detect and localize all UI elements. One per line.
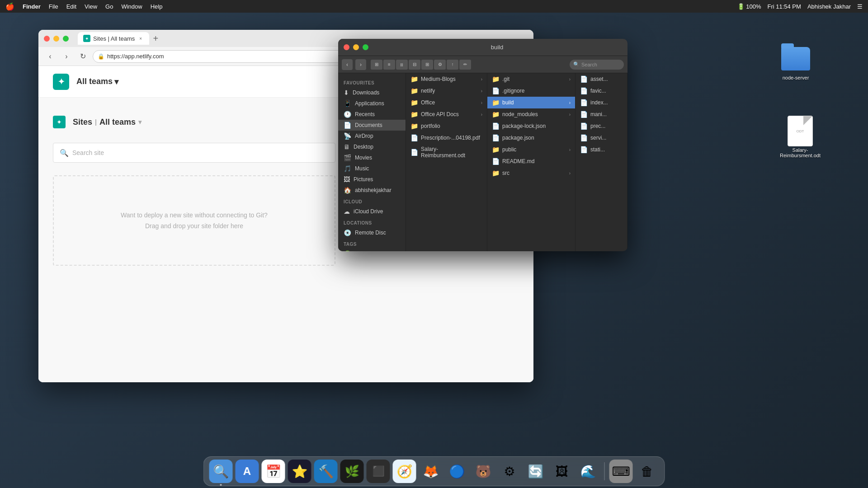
netlify-brand[interactable]: All teams ▾ — [76, 77, 118, 87]
finder-edit-btn[interactable]: ✏ — [459, 60, 471, 70]
sidebar-recents[interactable]: 🕐 Recents — [338, 109, 406, 120]
maximize-button[interactable] — [63, 36, 69, 42]
col2-git[interactable]: 📁 .git › — [487, 73, 575, 85]
finder-search[interactable]: 🔍 Search — [570, 60, 624, 70]
col3-index[interactable]: 📄 index... — [576, 97, 627, 108]
finder-forward-button[interactable]: › — [355, 59, 366, 70]
menu-window[interactable]: Window — [121, 3, 142, 10]
apple-menu[interactable]: 🍎 — [5, 2, 14, 11]
col3-manifest[interactable]: 📄 mani... — [576, 108, 627, 120]
forward-button[interactable]: › — [60, 50, 73, 63]
back-button[interactable]: ‹ — [44, 50, 57, 63]
menu-icon[interactable]: ☰ — [857, 3, 863, 10]
close-button[interactable] — [44, 36, 50, 42]
finder-back-button[interactable]: ‹ — [342, 59, 353, 70]
col1-office[interactable]: 📁 Office › — [406, 97, 487, 108]
sidebar-downloads[interactable]: ⬇ Downloads — [338, 87, 406, 98]
col3-precache[interactable]: 📄 prec... — [576, 120, 627, 132]
refresh-button[interactable]: ↻ — [76, 50, 89, 63]
dock-firefox[interactable]: 🦊 — [419, 460, 443, 483]
menu-go[interactable]: Go — [105, 3, 113, 10]
dock-edge[interactable]: 🌊 — [576, 460, 600, 483]
menu-finder[interactable]: Finder — [23, 3, 41, 10]
dock-terminal[interactable]: ⬛ — [367, 460, 390, 483]
dock-safari[interactable]: 🧭 — [393, 460, 416, 483]
finder-sort-btn[interactable]: ⚙ — [434, 60, 446, 70]
col1-portfolio[interactable]: 📁 portfolio — [406, 120, 487, 132]
col2-public[interactable]: 📁 public › — [487, 144, 575, 155]
col2-build[interactable]: 📁 build › — [487, 97, 575, 108]
menu-edit[interactable]: Edit — [66, 3, 76, 10]
col2-src[interactable]: 📁 src › — [487, 167, 575, 179]
col2-package-json[interactable]: 📄 package.json — [487, 132, 575, 144]
desktop-salary-odt[interactable]: ODT Salary-Reimbursment.odt — [782, 117, 818, 158]
col1-prescription[interactable]: 📄 Prescription-...04198.pdf — [406, 132, 487, 144]
page-logo: ✦ — [53, 116, 66, 128]
dock-photos[interactable]: 🖼 — [550, 460, 574, 483]
menu-help[interactable]: Help — [151, 3, 163, 10]
dock-chrome[interactable]: 🔵 — [445, 460, 469, 483]
menu-file[interactable]: File — [49, 3, 58, 10]
finder-gallery-view[interactable]: ⊟ — [409, 60, 420, 70]
finder-maximize-button[interactable] — [363, 44, 368, 50]
sidebar-home[interactable]: 🏠 abhishekjakhar — [338, 185, 406, 196]
dock-system-prefs[interactable]: ⚙ — [498, 460, 521, 483]
sidebar-desktop[interactable]: 🖥 Desktop — [338, 141, 406, 152]
pictures-icon: 🖼 — [344, 176, 350, 183]
sidebar-home-label: abhishekjakhar — [355, 187, 392, 193]
dock-calendar[interactable]: 📅 — [262, 460, 285, 483]
menu-view[interactable]: View — [85, 3, 97, 10]
col2-package-lock[interactable]: 📄 package-lock.json — [487, 120, 575, 132]
pdf-icon: 📄 — [410, 134, 418, 141]
new-tab-button[interactable]: + — [149, 32, 162, 45]
finder-minimize-button[interactable] — [353, 44, 359, 50]
dock-staruml[interactable]: ⭐ — [288, 460, 311, 483]
col2-node-modules[interactable]: 📁 node_modules › — [487, 108, 575, 120]
sidebar-green-tag[interactable]: 🟢 Green — [338, 249, 406, 251]
browser-tab[interactable]: ✦ Sites | All teams × — [78, 32, 149, 45]
sidebar-documents[interactable]: 📄 Documents — [338, 120, 406, 131]
sidebar-applications[interactable]: 📱 Applications — [338, 98, 406, 109]
col3-service[interactable]: 📄 servi... — [576, 132, 627, 144]
remote-disc-icon: 💿 — [344, 229, 351, 236]
chevron-icon: › — [569, 171, 571, 176]
dock-keyboard[interactable]: ⌨ — [609, 460, 633, 483]
desktop-node-server[interactable]: node-server — [778, 44, 814, 80]
col3-static[interactable]: 📄 stati... — [576, 144, 627, 155]
minimize-button[interactable] — [53, 36, 59, 42]
sidebar-pictures[interactable]: 🖼 Pictures — [338, 174, 406, 185]
col2-gitignore[interactable]: 📄 .gitignore — [487, 85, 575, 97]
sidebar-remote-disc[interactable]: 💿 Remote Disc — [338, 227, 406, 238]
finder-share-btn[interactable]: ↑ — [447, 60, 458, 70]
col2-readme[interactable]: 📄 README.md — [487, 155, 575, 167]
dock-bear[interactable]: 🐻 — [472, 460, 495, 483]
dock-git[interactable]: 🌿 — [340, 460, 364, 483]
finder-list-view[interactable]: ≡ — [383, 60, 395, 70]
dock-finder[interactable]: 🔍 — [209, 460, 233, 483]
dock-bluetooth[interactable]: 🔄 — [524, 460, 547, 483]
dock-appstore[interactable]: A — [236, 460, 259, 483]
sidebar-music[interactable]: 🎵 Music — [338, 163, 406, 174]
dock-trash[interactable]: 🗑 — [636, 460, 659, 483]
finder-title: build — [372, 44, 622, 51]
col1-netlify[interactable]: 📁 netlify › — [406, 85, 487, 97]
col3-favicon[interactable]: 📄 favic... — [576, 85, 627, 97]
search-icon: 🔍 — [60, 149, 69, 157]
finder-column-view[interactable]: ⫼ — [396, 60, 408, 70]
dock-xcode[interactable]: 🔨 — [314, 460, 338, 483]
finder-more-view[interactable]: ⊞ — [421, 60, 433, 70]
chevron-icon: › — [481, 100, 482, 105]
finder-close-button[interactable] — [344, 44, 349, 50]
tab-close-button[interactable]: × — [137, 35, 144, 42]
drop-zone[interactable]: Want to deploy a new site without connec… — [53, 175, 335, 266]
col3-asset[interactable]: 📄 asset... — [576, 73, 627, 85]
sidebar-movies[interactable]: 🎬 Movies — [338, 152, 406, 163]
finder-grid-view[interactable]: ⊞ — [371, 60, 382, 70]
sidebar-airdrop[interactable]: 📡 AirDrop — [338, 131, 406, 141]
col1-medium-blogs[interactable]: 📁 Medium-Blogs › — [406, 73, 487, 85]
col1-office-api-docs[interactable]: 📁 Office API Docs › — [406, 108, 487, 120]
sidebar-icloud-drive[interactable]: ☁ iCloud Drive — [338, 206, 406, 217]
sidebar-airdrop-label: AirDrop — [355, 133, 373, 139]
col1-salary[interactable]: 📄 Salary-Reimbursment.odt — [406, 144, 487, 161]
search-bar[interactable]: 🔍 Search site — [53, 143, 335, 163]
